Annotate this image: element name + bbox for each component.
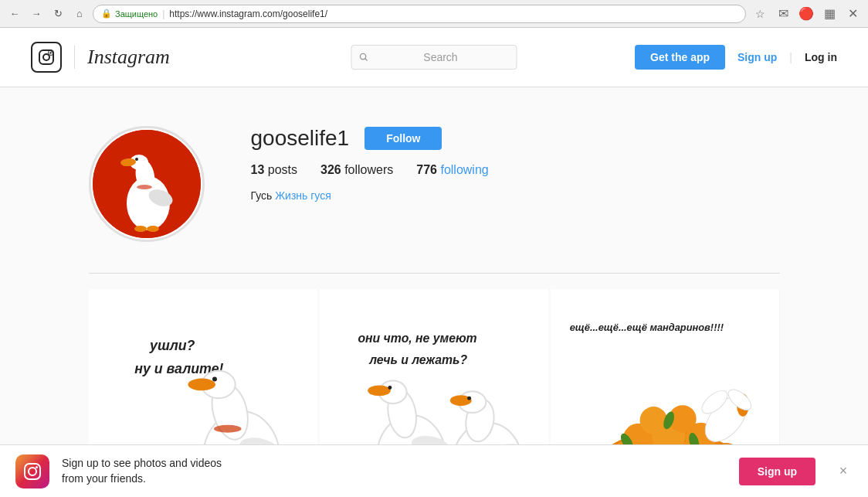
profile-section: gooselife1 Follow 13 posts 326 followers… (89, 111, 780, 265)
header-actions: Get the app Sign up | Log in (635, 45, 837, 70)
site-header: Instagram Get the app Sign up | Log in (0, 28, 868, 87)
home-button[interactable]: ⌂ (71, 5, 88, 22)
avatar-container (89, 126, 205, 242)
instagram-logo-icon (31, 42, 62, 73)
profile-username: gooselife1 (251, 126, 350, 151)
grid-icon[interactable]: ▦ (820, 5, 839, 23)
profile-info: gooselife1 Follow 13 posts 326 followers… (251, 126, 780, 202)
svg-point-56 (640, 407, 668, 434)
extension-icon[interactable]: 🔴 (797, 5, 815, 23)
star-icon[interactable]: ☆ (751, 5, 769, 23)
browser-chrome: ← → ↻ ⌂ 🔒 Защищено | https://www.instagr… (0, 0, 868, 28)
followers-stat: 326 followers (320, 163, 393, 177)
followers-count: 326 (320, 163, 341, 176)
bottom-banner: Sign up to see photos and videos from yo… (0, 444, 868, 497)
svg-point-22 (212, 377, 217, 382)
avatar-image (93, 130, 201, 238)
bio-text: Гусь (251, 189, 273, 202)
header-divider: | (789, 51, 792, 63)
svg-point-10 (135, 158, 138, 161)
mail-icon[interactable]: ✉ (774, 5, 792, 23)
site-logo-text: Instagram (87, 46, 170, 69)
lock-icon: 🔒 (101, 9, 112, 19)
search-input[interactable] (372, 51, 508, 63)
banner-line2: from your friends. (62, 471, 727, 487)
banner-signup-button[interactable]: Sign up (739, 458, 815, 485)
profile-separator (89, 273, 780, 274)
back-button[interactable]: ← (6, 5, 23, 22)
posts-count: 13 (251, 163, 265, 176)
banner-line1: Sign up to see photos and videos (62, 456, 727, 471)
svg-point-1 (43, 54, 49, 60)
svg-point-13 (147, 226, 159, 232)
follow-button[interactable]: Follow (364, 127, 442, 150)
svg-line-4 (365, 59, 368, 61)
svg-point-3 (360, 53, 365, 59)
posts-stat: 13 posts (251, 163, 298, 177)
followers-label-text: followers (344, 163, 393, 176)
refresh-button[interactable]: ↻ (49, 5, 66, 22)
profile-stats: 13 posts 326 followers 776 following (251, 163, 780, 177)
logo-container: Instagram (31, 42, 170, 73)
avatar-inner (93, 130, 201, 238)
svg-text:ещё...ещё...ещё мандаринов!!!!: ещё...ещё...ещё мандаринов!!!! (570, 322, 724, 333)
following-label-text: following (440, 163, 488, 176)
svg-point-12 (134, 226, 147, 232)
signup-button[interactable]: Sign up (737, 51, 777, 63)
bio-link[interactable]: Жизнь гуся (275, 189, 331, 202)
svg-point-37 (368, 385, 391, 396)
svg-text:лечь и лежать?: лечь и лежать? (368, 353, 467, 366)
following-stat: 776 following (416, 163, 488, 177)
svg-text:они что, не умеют: они что, не умеют (358, 332, 476, 345)
search-container (351, 45, 517, 70)
profile-bio: Гусь Жизнь гуся (251, 189, 780, 202)
svg-rect-0 (39, 50, 53, 64)
svg-text:ушли?: ушли? (149, 338, 195, 353)
posts-label-text: posts (268, 163, 297, 176)
forward-button[interactable]: → (28, 5, 45, 22)
username-row: gooselife1 Follow (251, 126, 780, 151)
search-icon (360, 53, 368, 62)
svg-point-67 (36, 466, 38, 468)
main-content: gooselife1 Follow 13 posts 326 followers… (73, 87, 795, 497)
svg-point-24 (213, 425, 241, 433)
banner-close-button[interactable]: × (834, 462, 853, 481)
following-count: 776 (416, 163, 437, 176)
logo-divider (74, 46, 75, 69)
banner-instagram-icon (15, 454, 49, 488)
address-bar[interactable]: 🔒 Защищено | https://www.instagram.com/g… (93, 5, 746, 23)
close-icon[interactable]: ✕ (843, 5, 862, 23)
svg-rect-65 (25, 464, 40, 479)
get-app-button[interactable]: Get the app (635, 45, 725, 70)
separator: | (162, 9, 164, 19)
login-button[interactable]: Log in (805, 51, 837, 63)
search-box[interactable] (351, 45, 517, 70)
svg-point-14 (137, 185, 152, 189)
svg-point-44 (467, 397, 471, 400)
banner-text: Sign up to see photos and videos from yo… (62, 456, 727, 486)
url-text: https://www.instagram.com/gooselife1/ (169, 9, 327, 19)
svg-point-21 (188, 379, 215, 391)
secure-label: Защищено (115, 9, 158, 19)
svg-point-38 (388, 386, 392, 390)
svg-point-2 (49, 52, 51, 53)
svg-point-66 (29, 468, 36, 475)
